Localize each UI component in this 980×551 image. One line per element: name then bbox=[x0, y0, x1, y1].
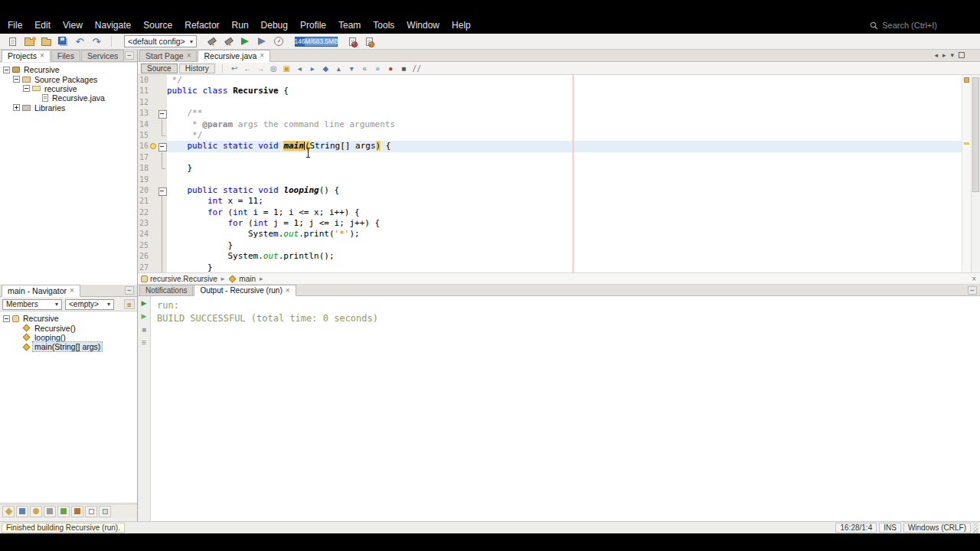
project-node-source-packages[interactable]: Source Packages bbox=[0, 74, 137, 83]
highlight-occurrences-button[interactable]: ▣ bbox=[280, 64, 293, 74]
rerun-button[interactable]: ▶ bbox=[139, 298, 150, 309]
fold-margin[interactable] bbox=[158, 108, 167, 119]
projects-tab-services[interactable]: Services bbox=[81, 50, 124, 61]
maximize-window-button[interactable] bbox=[959, 52, 965, 58]
menu-team[interactable]: Team bbox=[332, 19, 367, 31]
menu-refactor[interactable]: Refactor bbox=[178, 19, 225, 31]
start-macro-recording-button[interactable]: ● bbox=[384, 64, 397, 74]
menu-file[interactable]: File bbox=[2, 19, 28, 31]
new-file-button[interactable] bbox=[4, 34, 21, 49]
last-edit-location-button[interactable]: ↩ bbox=[228, 64, 241, 74]
reset-profile-results-button[interactable] bbox=[361, 34, 377, 49]
menu-source[interactable]: Source bbox=[137, 19, 178, 31]
find-selection-button[interactable]: ◎ bbox=[267, 64, 280, 74]
projects-tab-projects[interactable]: Projects× bbox=[2, 50, 51, 62]
output-tab-output-recursive-run[interactable]: Output - Recursive (run)× bbox=[194, 285, 296, 296]
next-occurrence-button[interactable]: ▾ bbox=[345, 64, 358, 74]
member-node-recursive[interactable]: Recursive() bbox=[0, 323, 137, 332]
menu-debug[interactable]: Debug bbox=[255, 19, 294, 31]
build-project-button[interactable] bbox=[203, 34, 220, 49]
menu-help[interactable]: Help bbox=[446, 19, 477, 31]
open-project-button[interactable] bbox=[38, 34, 54, 49]
output-tab-notifications[interactable]: Notifications bbox=[139, 285, 193, 295]
menu-run[interactable]: Run bbox=[226, 19, 255, 31]
error-stripe[interactable] bbox=[962, 75, 971, 272]
tab-close-icon[interactable]: × bbox=[286, 287, 290, 295]
project-node-recursive-java[interactable]: Recursive.java bbox=[0, 93, 137, 103]
debug-project-button[interactable] bbox=[253, 34, 270, 49]
redo-button[interactable]: ↷ bbox=[88, 34, 105, 49]
scope-filter-dropdown[interactable]: <empty> ▾ bbox=[65, 299, 114, 310]
members-filter-dropdown[interactable]: Members ▾ bbox=[2, 299, 62, 310]
forward-button[interactable]: → bbox=[254, 64, 267, 74]
tab-close-icon[interactable]: × bbox=[187, 52, 191, 60]
save-all-button[interactable] bbox=[54, 34, 71, 49]
menu-window[interactable]: Window bbox=[400, 19, 446, 31]
quick-search[interactable]: Search (Ctrl+I) bbox=[870, 21, 937, 30]
member-node-recursive[interactable]: Recursive bbox=[0, 314, 137, 323]
menu-navigate[interactable]: Navigate bbox=[89, 19, 137, 31]
minimize-projects-button[interactable]: − bbox=[125, 51, 134, 60]
scroll-tabs-right-button[interactable]: ▸ bbox=[942, 51, 946, 59]
shift-line-right-button[interactable]: » bbox=[371, 64, 384, 74]
hint-glyph-icon[interactable] bbox=[150, 143, 156, 149]
insert-mode-toggle[interactable]: INS bbox=[879, 523, 901, 533]
show-static-members-button[interactable] bbox=[30, 506, 42, 517]
expand-handle[interactable] bbox=[13, 76, 20, 83]
tab-close-icon[interactable]: × bbox=[40, 52, 44, 60]
menu-view[interactable]: View bbox=[57, 19, 89, 31]
new-project-button[interactable] bbox=[21, 34, 38, 49]
expand-handle[interactable] bbox=[13, 104, 20, 111]
run-project-button[interactable] bbox=[237, 34, 253, 49]
output-console[interactable]: run:BUILD SUCCESSFUL (total time: 0 seco… bbox=[151, 296, 980, 521]
expand-handle[interactable] bbox=[23, 85, 30, 92]
previous-occurrence-button[interactable]: ▴ bbox=[332, 64, 345, 74]
member-node-looping[interactable]: looping() bbox=[0, 333, 137, 342]
expand-handle[interactable] bbox=[3, 315, 10, 322]
show-inherited-members-button[interactable] bbox=[2, 506, 15, 517]
toggle-comment-button[interactable]: // bbox=[410, 64, 423, 74]
show-fields-button[interactable] bbox=[16, 506, 28, 517]
history-view-button[interactable]: History bbox=[179, 64, 215, 73]
scrollbar-thumb[interactable] bbox=[972, 77, 979, 192]
minimize-navigator-button[interactable]: − bbox=[125, 286, 134, 295]
breadcrumb-item-main[interactable]: main bbox=[228, 275, 256, 283]
expand-all-button[interactable] bbox=[85, 506, 97, 517]
fold-margin[interactable] bbox=[158, 185, 167, 196]
profile-point-button[interactable] bbox=[344, 34, 361, 49]
stop-build-button[interactable]: ■ bbox=[139, 324, 150, 335]
tab-close-icon[interactable]: × bbox=[70, 287, 74, 295]
scroll-tabs-left-button[interactable]: ◂ bbox=[934, 51, 938, 59]
show-non-public-members-button[interactable] bbox=[44, 506, 56, 517]
undo-button[interactable]: ↶ bbox=[71, 34, 88, 49]
collapse-all-button[interactable] bbox=[99, 506, 111, 517]
clean-build-project-button[interactable] bbox=[220, 34, 237, 49]
projects-tab-files[interactable]: Files bbox=[51, 50, 80, 61]
config-dropdown[interactable]: <default config> ▾ bbox=[124, 35, 197, 47]
source-view-button[interactable]: Source bbox=[141, 64, 178, 73]
editor-scrollbar[interactable] bbox=[971, 75, 980, 272]
back-button[interactable]: ← bbox=[241, 64, 254, 74]
rerun-with-different-parameters-button[interactable]: ▶ bbox=[139, 311, 150, 322]
minimize-output-button[interactable]: − bbox=[968, 286, 977, 295]
project-node-recursive[interactable]: recursive bbox=[0, 84, 137, 93]
menu-profile[interactable]: Profile bbox=[294, 19, 332, 31]
menu-edit[interactable]: Edit bbox=[28, 19, 57, 31]
memory-gauge[interactable]: 146M/683.5MB bbox=[295, 37, 338, 47]
profile-project-button[interactable] bbox=[270, 34, 287, 49]
fold-margin[interactable] bbox=[158, 141, 167, 152]
menu-tools[interactable]: Tools bbox=[367, 19, 400, 31]
sort-by-name-button[interactable] bbox=[57, 506, 70, 517]
expand-handle[interactable] bbox=[3, 67, 10, 73]
breadcrumb-item-recursive-recursive[interactable]: recursive.Recursive bbox=[141, 275, 217, 283]
editor-tab-start-page[interactable]: Start Page× bbox=[139, 50, 197, 61]
previous-bookmark-button[interactable]: ◂ bbox=[293, 64, 306, 74]
member-node-main-string-args[interactable]: main(String[] args) bbox=[0, 342, 137, 351]
stop-macro-recording-button[interactable]: ■ bbox=[397, 64, 410, 74]
toggle-bookmark-button[interactable]: ◆ bbox=[319, 64, 332, 74]
breadcrumb-close-icon[interactable]: × bbox=[972, 275, 976, 283]
next-bookmark-button[interactable]: ▸ bbox=[306, 64, 319, 74]
sort-by-source-button[interactable] bbox=[71, 506, 83, 517]
navigator-settings-icon[interactable]: ≡ bbox=[124, 299, 135, 309]
project-node-recursive[interactable]: Recursive bbox=[0, 65, 137, 74]
